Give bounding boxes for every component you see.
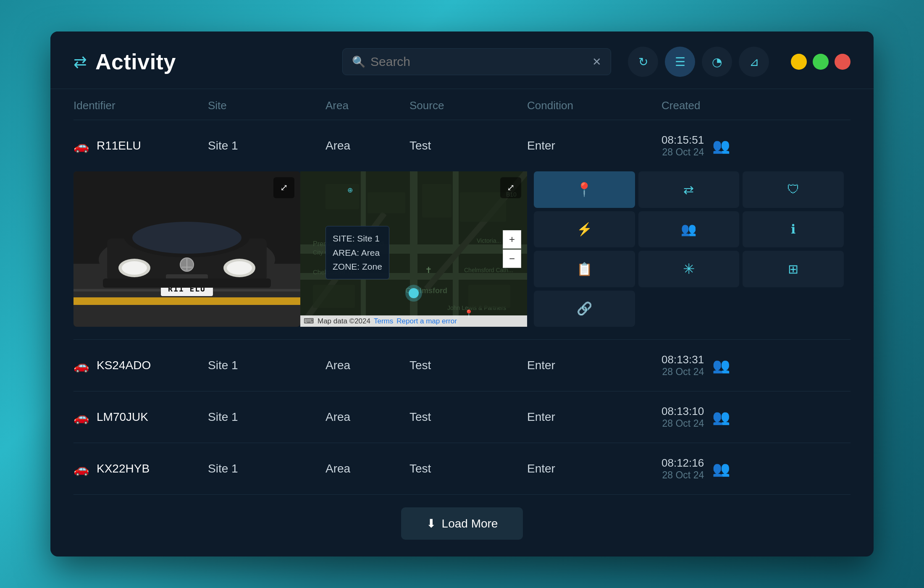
col-identifier: Identifier (74, 99, 208, 112)
chart-button[interactable]: ◔ (702, 47, 732, 77)
map-attribution: ⌨ Map data ©2024 Terms Report a map erro… (300, 315, 527, 327)
created-info: 08:13:10 28 Oct 24 (662, 405, 704, 429)
created-time: 08:12:16 (662, 457, 704, 470)
created-cell: 08:12:16 28 Oct 24 👥 (662, 457, 771, 481)
svg-rect-41 (468, 285, 510, 308)
zoom-out-button[interactable]: − (503, 249, 521, 268)
layers-button[interactable]: ⊞ (743, 251, 844, 287)
svg-rect-40 (313, 285, 355, 308)
swap-icon: ⇄ (74, 52, 87, 71)
condition-text: Enter (527, 410, 662, 424)
minimize-button[interactable] (791, 54, 807, 70)
area-text: Area (326, 139, 410, 152)
load-more-container: ⬇ Load More (74, 495, 850, 544)
table-row: 🚗 R11ELU Site 1 Area Test Enter 08:15:51… (74, 120, 850, 340)
condition-text: Enter (527, 462, 662, 475)
row-ks24ado[interactable]: 🚗 KS24ADO Site 1 Area Test Enter 08:13:3… (74, 340, 850, 391)
row-kx22hyb[interactable]: 🚗 KX22HYB Site 1 Area Test Enter 08:12:1… (74, 443, 850, 494)
identifier-text: KS24ADO (97, 359, 151, 372)
created-info: 08:12:16 28 Oct 24 (662, 457, 704, 481)
users-icon: 👥 (712, 357, 730, 374)
map-zone: ZONE: Zone (333, 260, 382, 274)
search-input[interactable] (370, 55, 587, 69)
table-container: Identifier Site Area Source Condition Cr… (50, 89, 874, 556)
created-date: 28 Oct 24 (662, 366, 704, 378)
refresh-button[interactable]: ↻ (628, 47, 658, 77)
close-button[interactable] (835, 54, 850, 70)
svg-rect-3 (74, 297, 300, 305)
svg-rect-38 (422, 184, 452, 218)
map-zoom-controls: + − (503, 230, 521, 268)
search-icon: 🔍 (352, 55, 365, 68)
car-icon: 🚗 (74, 358, 89, 373)
site-text: Site 1 (208, 359, 326, 372)
search-clear-icon[interactable]: ✕ (592, 55, 601, 68)
list-view-button[interactable]: ☰ (665, 47, 695, 77)
map-area: AREA: Area (333, 246, 382, 260)
svg-rect-39 (460, 192, 506, 222)
svg-point-11 (227, 261, 252, 275)
svg-text:Victoria...: Victoria... (477, 237, 501, 244)
created-date: 28 Oct 24 (662, 418, 704, 429)
image-expand-button[interactable]: ⤢ (273, 177, 294, 198)
map-section: Premier Inn Chelmsford City Centre hotel… (300, 171, 527, 327)
car-icon: 🚗 (74, 462, 89, 476)
clipboard-button[interactable]: 📋 (534, 251, 635, 287)
users-icon: 👥 (712, 137, 730, 154)
location-button[interactable]: 📍 (534, 171, 635, 208)
car-icon: 🚗 (74, 410, 89, 425)
condition-text: Enter (527, 359, 662, 372)
zoom-in-button[interactable]: + (503, 230, 521, 249)
site-text: Site 1 (208, 139, 326, 152)
asterisk-button[interactable]: ✳ (638, 251, 740, 287)
header-title-area: ⇄ Activity (74, 49, 176, 74)
window-controls (791, 54, 850, 70)
identifier-text: R11ELU (97, 139, 141, 152)
area-text: Area (326, 462, 410, 475)
row-r11elu[interactable]: 🚗 R11ELU Site 1 Area Test Enter 08:15:51… (74, 120, 850, 171)
activity-button[interactable]: ⚡ (534, 211, 635, 248)
created-cell: 08:13:10 28 Oct 24 👥 (662, 405, 771, 429)
source-text: Test (410, 359, 527, 372)
header: ⇄ Activity 🔍 ✕ ↻ ☰ ◔ ⊿ (50, 32, 874, 89)
group-button[interactable]: 👥 (638, 211, 740, 248)
transfer-button[interactable]: ⇄ (638, 171, 740, 208)
area-text: Area (326, 359, 410, 372)
link-button[interactable]: 🔗 (534, 291, 635, 327)
created-time: 08:13:31 (662, 353, 704, 366)
svg-rect-36 (326, 184, 359, 209)
svg-point-43 (409, 288, 419, 298)
shield-button[interactable]: 🛡 (743, 171, 844, 208)
created-time: 08:15:51 (662, 134, 704, 147)
info-button[interactable]: ℹ (743, 211, 844, 248)
svg-rect-37 (368, 192, 405, 213)
row-lm70juk[interactable]: 🚗 LM70JUK Site 1 Area Test Enter 08:13:1… (74, 391, 850, 443)
search-bar[interactable]: 🔍 ✕ (342, 48, 611, 75)
map-expand-button[interactable]: ⤢ (500, 177, 521, 198)
table-row: 🚗 LM70JUK Site 1 Area Test Enter 08:13:1… (74, 391, 850, 443)
col-source: Source (410, 99, 527, 112)
created-info: 08:15:51 28 Oct 24 (662, 134, 704, 158)
svg-point-10 (122, 261, 147, 275)
users-icon: 👥 (712, 460, 730, 477)
created-cell: 08:15:51 28 Oct 24 👥 (662, 134, 771, 158)
table-row: 🚗 KS24ADO Site 1 Area Test Enter 08:13:3… (74, 340, 850, 391)
source-text: Test (410, 410, 527, 424)
filter-button[interactable]: ⊿ (739, 47, 769, 77)
car-icon: 🚗 (74, 139, 89, 153)
col-condition: Condition (527, 99, 662, 112)
identifier-cell: 🚗 KS24ADO (74, 358, 208, 373)
maximize-button[interactable] (813, 54, 829, 70)
col-area: Area (326, 99, 410, 112)
identifier-cell: 🚗 LM70JUK (74, 410, 208, 425)
svg-text:✝: ✝ (425, 265, 432, 275)
site-text: Site 1 (208, 462, 326, 475)
load-more-button[interactable]: ⬇ Load More (401, 507, 523, 540)
svg-rect-18 (103, 278, 271, 288)
expanded-panel: R11 ELU ⤢ (74, 171, 850, 339)
app-window: ⇄ Activity 🔍 ✕ ↻ ☰ ◔ ⊿ Identifier Site A… (50, 32, 874, 556)
condition-text: Enter (527, 139, 662, 152)
source-text: Test (410, 462, 527, 475)
created-cell: 08:13:31 28 Oct 24 👥 (662, 353, 771, 378)
load-more-label: Load More (442, 517, 498, 530)
